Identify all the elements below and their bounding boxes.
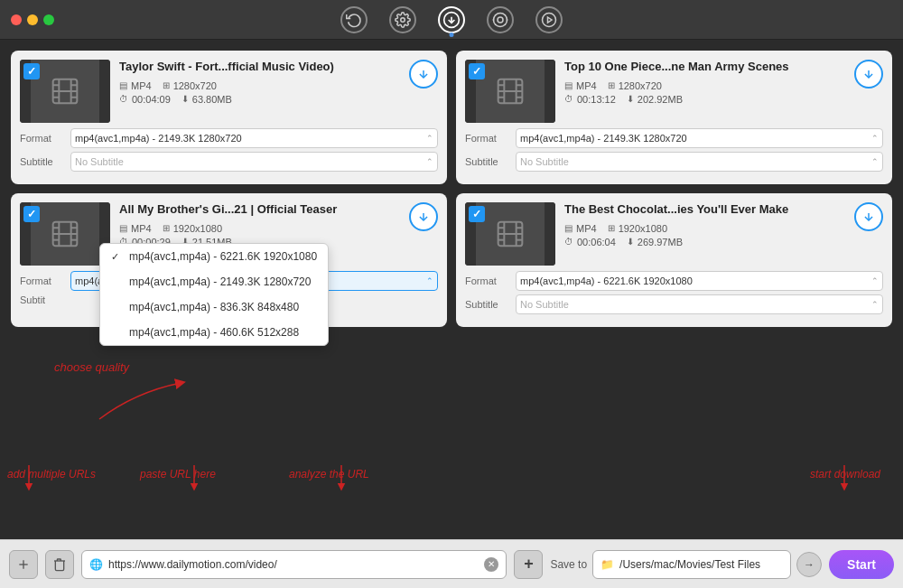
save-label: Save to: [550, 558, 587, 571]
duration-icon-2: ⏱: [564, 94, 573, 104]
maximize-button[interactable]: [43, 14, 54, 25]
video-duration-4: ⏱ 00:06:04: [564, 237, 616, 247]
subtitle-select-4[interactable]: No Subtitle ⌃: [516, 294, 883, 314]
dropdown-option-0[interactable]: ✓ mp4(avc1,mp4a) - 6221.6K 1920x1080: [100, 244, 328, 269]
subtitle-arrow-4: ⌃: [871, 300, 879, 309]
subtitle-select-1[interactable]: No Subtitle ⌃: [70, 152, 438, 172]
duration-icon-1: ⏱: [119, 94, 128, 104]
video-info-1: Taylor Swift - Fort...fficial Music Vide…: [119, 60, 400, 107]
size-icon-4: ⬇: [627, 237, 634, 247]
main-content: ✓ Taylor Swift - Fort...fficial Music Vi…: [0, 40, 903, 539]
video-size-1: ⬇ 63.80MB: [182, 94, 232, 105]
video-meta-1: ▤ MP4 ⊞ 1280x720: [119, 80, 400, 91]
svg-point-11: [543, 13, 556, 26]
resolution-icon-3: ⊞: [163, 223, 170, 233]
video-card-2-bottom: Format mp4(avc1,mp4a) - 2149.3K 1280x720…: [465, 128, 883, 175]
format-label-1: Format: [20, 133, 63, 144]
film-icon-2: [496, 77, 525, 106]
save-path-container: 📁 /Users/mac/Movies/Test Files: [592, 550, 791, 579]
video-size-4: ⬇ 269.97MB: [627, 237, 683, 247]
subtitle-arrow-1: ⌃: [426, 157, 433, 166]
video-resolution-3: ⊞ 1920x1080: [163, 223, 222, 234]
video-card-2: ✓ Top 10 One Piece...ne Man Army Scenes …: [456, 51, 892, 184]
video-thumbnail-1: ✓: [20, 60, 110, 123]
download-button-2[interactable]: [854, 60, 883, 89]
video-checkbox-4[interactable]: ✓: [469, 206, 485, 222]
format-select-2[interactable]: mp4(avc1,mp4a) - 2149.3K 1280x720 ⌃: [516, 128, 883, 148]
subtitle-select-2[interactable]: No Subtitle ⌃: [516, 152, 883, 172]
url-input-container: 🌐 https://www.dailymotion.com/video/ ✕: [81, 550, 507, 579]
subtitle-row-4: Subtitle No Subtitle ⌃: [465, 294, 883, 314]
dropdown-option-2[interactable]: mp4(avc1,mp4a) - 836.3K 848x480: [100, 294, 328, 320]
converter-icon[interactable]: [487, 6, 514, 33]
dropdown-option-1[interactable]: mp4(avc1,mp4a) - 2149.3K 1280x720: [100, 269, 328, 294]
video-thumbnail-3: ✓: [20, 202, 110, 266]
analyze-url-button[interactable]: +: [514, 550, 543, 579]
video-title-1: Taylor Swift - Fort...fficial Music Vide…: [119, 60, 400, 75]
url-input[interactable]: https://www.dailymotion.com/video/: [108, 558, 479, 571]
close-button[interactable]: [11, 14, 22, 25]
video-checkbox-2[interactable]: ✓: [469, 63, 485, 79]
download-manager-icon[interactable]: [438, 6, 465, 33]
format-dropdown-menu: ✓ mp4(avc1,mp4a) - 6221.6K 1920x1080 mp4…: [99, 243, 329, 346]
svg-point-0: [401, 17, 405, 22]
video-info-2: Top 10 One Piece...ne Man Army Scenes ▤ …: [564, 60, 845, 107]
video-size-2: ⬇ 202.92MB: [627, 94, 683, 105]
video-format-3: ▤ MP4: [119, 223, 152, 234]
resolution-icon-2: ⊞: [608, 80, 615, 90]
duration-icon-4: ⏱: [564, 237, 573, 247]
titlebar: [0, 0, 903, 40]
url-clear-button[interactable]: ✕: [484, 557, 498, 572]
svg-line-10: [505, 14, 506, 15]
subtitle-label-3: Subtit: [20, 294, 63, 305]
resolution-icon-4: ⊞: [608, 223, 615, 233]
history-icon[interactable]: [340, 6, 368, 33]
format-label-3: Format: [20, 275, 63, 286]
add-url-list-button[interactable]: [9, 550, 38, 579]
video-meta-3: ▤ MP4 ⊞ 1920x1080: [119, 223, 400, 234]
subtitle-row-2: Subtitle No Subtitle ⌃: [465, 152, 883, 172]
delete-url-button[interactable]: [45, 550, 74, 579]
subtitle-label-4: Subtitle: [465, 299, 508, 310]
video-checkbox-3[interactable]: ✓: [23, 206, 40, 222]
format-icon-1: ▤: [119, 80, 127, 90]
format-select-4[interactable]: mp4(avc1,mp4a) - 6221.6K 1920x1080 ⌃: [516, 271, 883, 291]
player-icon[interactable]: [535, 6, 563, 33]
annotation-arrow-quality: [90, 374, 199, 428]
video-title-3: All My Brother's Gi...21 | Official Teas…: [119, 202, 400, 218]
annotation-choose-quality: choose quality: [54, 360, 129, 374]
video-resolution-2: ⊞ 1280x720: [608, 80, 662, 91]
svg-line-5: [495, 14, 496, 15]
resolution-icon-1: ⊞: [163, 80, 170, 90]
video-format-4: ▤ MP4: [564, 223, 597, 234]
minimize-button[interactable]: [27, 14, 38, 25]
format-icon-2: ▤: [564, 80, 573, 90]
download-button-4[interactable]: [854, 202, 883, 231]
open-folder-button[interactable]: →: [796, 552, 822, 577]
video-card-4-top: ✓ The Best Chocolat...ies You'll Ever Ma…: [465, 202, 883, 266]
format-select-1[interactable]: mp4(avc1,mp4a) - 2149.3K 1280x720 ⌃: [70, 128, 438, 148]
check-icon-0: ✓: [111, 251, 124, 263]
window-controls: [11, 14, 54, 25]
arrow-paste-url: [185, 465, 203, 492]
video-thumbnail-2: ✓: [465, 60, 555, 123]
format-icon-3: ▤: [119, 223, 127, 233]
settings-icon[interactable]: [389, 6, 416, 33]
video-meta-2: ▤ MP4 ⊞ 1280x720: [564, 80, 845, 91]
dropdown-option-3[interactable]: mp4(avc1,mp4a) - 460.6K 512x288: [100, 320, 328, 345]
save-path-text: /Users/mac/Movies/Test Files: [619, 558, 760, 571]
download-button-3[interactable]: [409, 202, 438, 231]
video-checkbox-1[interactable]: ✓: [23, 63, 40, 79]
video-info-4: The Best Chocolat...ies You'll Ever Make…: [564, 202, 845, 250]
video-meta-1b: ⏱ 00:04:09 ⬇ 63.80MB: [119, 94, 400, 105]
video-format-1: ▤ MP4: [119, 80, 152, 91]
url-scheme-icon: 🌐: [89, 558, 103, 571]
start-download-button[interactable]: Start: [829, 550, 894, 579]
subtitle-arrow-2: ⌃: [871, 157, 879, 166]
download-button-1[interactable]: [409, 60, 438, 89]
annotation-paste-url: paste URL here: [140, 468, 216, 481]
format-row-2: Format mp4(avc1,mp4a) - 2149.3K 1280x720…: [465, 128, 883, 148]
video-title-2: Top 10 One Piece...ne Man Army Scenes: [564, 60, 845, 75]
format-row-4: Format mp4(avc1,mp4a) - 6221.6K 1920x108…: [465, 271, 883, 291]
subtitle-label-2: Subtitle: [465, 156, 508, 167]
